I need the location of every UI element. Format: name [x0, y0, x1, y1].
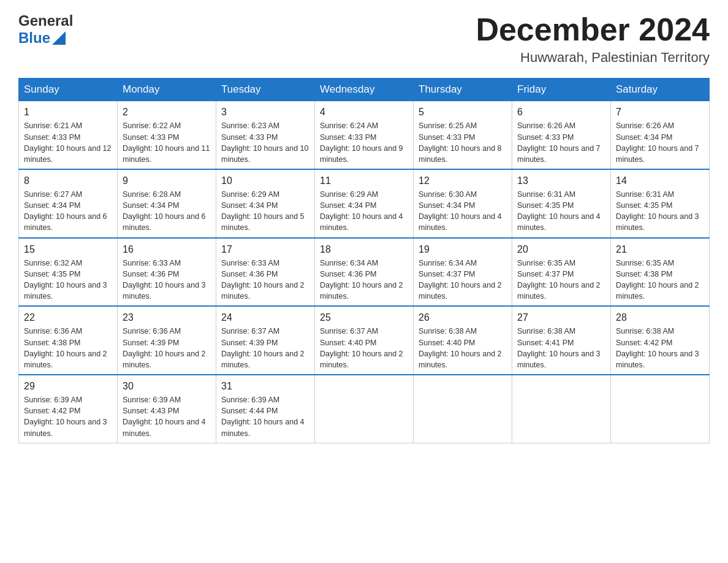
calendar-cell: 29Sunrise: 6:39 AMSunset: 4:42 PMDayligh… [19, 375, 118, 443]
calendar-cell: 2Sunrise: 6:22 AMSunset: 4:33 PMDaylight… [118, 101, 216, 169]
day-number: 19 [419, 242, 507, 256]
weekday-header-tuesday: Tuesday [216, 79, 315, 101]
day-number: 27 [517, 310, 605, 324]
calendar-cell: 23Sunrise: 6:36 AMSunset: 4:39 PMDayligh… [118, 306, 216, 375]
calendar-cell: 22Sunrise: 6:36 AMSunset: 4:38 PMDayligh… [19, 306, 118, 375]
title-block: December 2024 Huwwarah, Palestinian Terr… [476, 12, 710, 66]
day-number: 14 [616, 174, 704, 188]
day-info: Sunrise: 6:21 AMSunset: 4:33 PMDaylight:… [24, 120, 112, 165]
calendar-cell: 31Sunrise: 6:39 AMSunset: 4:44 PMDayligh… [216, 375, 315, 443]
day-number: 28 [616, 310, 704, 324]
day-number: 12 [419, 174, 507, 188]
day-info: Sunrise: 6:29 AMSunset: 4:34 PMDaylight:… [320, 189, 408, 234]
calendar-week-row: 29Sunrise: 6:39 AMSunset: 4:42 PMDayligh… [19, 375, 710, 443]
logo-triangle-icon [52, 31, 66, 45]
calendar-cell: 9Sunrise: 6:28 AMSunset: 4:34 PMDaylight… [118, 169, 216, 238]
day-number: 11 [320, 174, 408, 188]
logo: General Blue [18, 12, 73, 46]
day-info: Sunrise: 6:39 AMSunset: 4:43 PMDaylight:… [123, 394, 211, 439]
day-info: Sunrise: 6:23 AMSunset: 4:33 PMDaylight:… [221, 120, 309, 165]
day-number: 6 [517, 105, 605, 119]
calendar-cell: 4Sunrise: 6:24 AMSunset: 4:33 PMDaylight… [315, 101, 414, 169]
calendar-cell: 20Sunrise: 6:35 AMSunset: 4:37 PMDayligh… [512, 238, 611, 307]
day-number: 2 [123, 105, 211, 119]
day-info: Sunrise: 6:30 AMSunset: 4:34 PMDaylight:… [419, 189, 507, 234]
calendar-cell: 17Sunrise: 6:33 AMSunset: 4:36 PMDayligh… [216, 238, 315, 307]
day-number: 31 [221, 379, 309, 393]
logo-general: General [18, 12, 73, 29]
day-info: Sunrise: 6:37 AMSunset: 4:40 PMDaylight:… [320, 326, 408, 370]
calendar-cell: 16Sunrise: 6:33 AMSunset: 4:36 PMDayligh… [118, 238, 216, 307]
day-info: Sunrise: 6:28 AMSunset: 4:34 PMDaylight:… [123, 189, 211, 234]
weekday-header-monday: Monday [118, 79, 216, 101]
weekday-header-wednesday: Wednesday [315, 79, 414, 101]
calendar-cell: 14Sunrise: 6:31 AMSunset: 4:35 PMDayligh… [611, 169, 710, 238]
day-info: Sunrise: 6:38 AMSunset: 4:40 PMDaylight:… [419, 326, 507, 370]
calendar-week-row: 8Sunrise: 6:27 AMSunset: 4:34 PMDaylight… [19, 169, 710, 238]
day-info: Sunrise: 6:36 AMSunset: 4:39 PMDaylight:… [123, 326, 211, 370]
calendar-week-row: 15Sunrise: 6:32 AMSunset: 4:35 PMDayligh… [19, 238, 710, 307]
day-info: Sunrise: 6:31 AMSunset: 4:35 PMDaylight:… [517, 189, 605, 234]
calendar-cell [512, 375, 611, 443]
calendar-cell: 3Sunrise: 6:23 AMSunset: 4:33 PMDaylight… [216, 101, 315, 169]
logo-blue: Blue [18, 29, 50, 47]
day-info: Sunrise: 6:22 AMSunset: 4:33 PMDaylight:… [123, 120, 211, 165]
calendar-cell: 21Sunrise: 6:35 AMSunset: 4:38 PMDayligh… [611, 238, 710, 307]
day-info: Sunrise: 6:33 AMSunset: 4:36 PMDaylight:… [221, 258, 309, 302]
day-info: Sunrise: 6:29 AMSunset: 4:34 PMDaylight:… [221, 189, 309, 234]
calendar-cell [611, 375, 710, 443]
weekday-header-row: SundayMondayTuesdayWednesdayThursdayFrid… [19, 79, 710, 101]
calendar-cell: 13Sunrise: 6:31 AMSunset: 4:35 PMDayligh… [512, 169, 611, 238]
calendar-cell: 28Sunrise: 6:38 AMSunset: 4:42 PMDayligh… [611, 306, 710, 375]
calendar-cell: 30Sunrise: 6:39 AMSunset: 4:43 PMDayligh… [118, 375, 216, 443]
calendar-cell: 24Sunrise: 6:37 AMSunset: 4:39 PMDayligh… [216, 306, 315, 375]
calendar-cell: 10Sunrise: 6:29 AMSunset: 4:34 PMDayligh… [216, 169, 315, 238]
day-info: Sunrise: 6:38 AMSunset: 4:42 PMDaylight:… [616, 326, 704, 370]
day-number: 20 [517, 242, 605, 256]
calendar-body: 1Sunrise: 6:21 AMSunset: 4:33 PMDaylight… [19, 101, 710, 443]
day-info: Sunrise: 6:31 AMSunset: 4:35 PMDaylight:… [616, 189, 704, 234]
day-number: 30 [123, 379, 211, 393]
day-number: 25 [320, 310, 408, 324]
calendar-cell [414, 375, 512, 443]
weekday-header-friday: Friday [512, 79, 611, 101]
calendar-cell: 26Sunrise: 6:38 AMSunset: 4:40 PMDayligh… [414, 306, 512, 375]
calendar-cell: 5Sunrise: 6:25 AMSunset: 4:33 PMDaylight… [414, 101, 512, 169]
day-number: 24 [221, 310, 309, 324]
svg-marker-0 [52, 31, 66, 45]
day-number: 22 [24, 310, 112, 324]
calendar-subtitle: Huwwarah, Palestinian Territory [476, 50, 710, 66]
weekday-header-thursday: Thursday [414, 79, 512, 101]
day-info: Sunrise: 6:36 AMSunset: 4:38 PMDaylight:… [24, 326, 112, 370]
day-number: 29 [24, 379, 112, 393]
day-number: 9 [123, 174, 211, 188]
calendar-cell: 25Sunrise: 6:37 AMSunset: 4:40 PMDayligh… [315, 306, 414, 375]
day-info: Sunrise: 6:26 AMSunset: 4:34 PMDaylight:… [616, 120, 704, 165]
day-info: Sunrise: 6:34 AMSunset: 4:36 PMDaylight:… [320, 258, 408, 302]
calendar-week-row: 22Sunrise: 6:36 AMSunset: 4:38 PMDayligh… [19, 306, 710, 375]
day-number: 26 [419, 310, 507, 324]
day-info: Sunrise: 6:37 AMSunset: 4:39 PMDaylight:… [221, 326, 309, 370]
day-number: 17 [221, 242, 309, 256]
day-number: 8 [24, 174, 112, 188]
calendar-header: SundayMondayTuesdayWednesdayThursdayFrid… [19, 79, 710, 101]
calendar-cell: 7Sunrise: 6:26 AMSunset: 4:34 PMDaylight… [611, 101, 710, 169]
calendar-cell: 11Sunrise: 6:29 AMSunset: 4:34 PMDayligh… [315, 169, 414, 238]
day-number: 23 [123, 310, 211, 324]
calendar-cell: 19Sunrise: 6:34 AMSunset: 4:37 PMDayligh… [414, 238, 512, 307]
calendar-week-row: 1Sunrise: 6:21 AMSunset: 4:33 PMDaylight… [19, 101, 710, 169]
day-info: Sunrise: 6:34 AMSunset: 4:37 PMDaylight:… [419, 258, 507, 302]
day-info: Sunrise: 6:35 AMSunset: 4:37 PMDaylight:… [517, 258, 605, 302]
day-number: 7 [616, 105, 704, 119]
day-info: Sunrise: 6:33 AMSunset: 4:36 PMDaylight:… [123, 258, 211, 302]
calendar-cell: 1Sunrise: 6:21 AMSunset: 4:33 PMDaylight… [19, 101, 118, 169]
day-number: 10 [221, 174, 309, 188]
day-info: Sunrise: 6:26 AMSunset: 4:33 PMDaylight:… [517, 120, 605, 165]
day-number: 5 [419, 105, 507, 119]
calendar-cell [315, 375, 414, 443]
calendar-cell: 18Sunrise: 6:34 AMSunset: 4:36 PMDayligh… [315, 238, 414, 307]
weekday-header-saturday: Saturday [611, 79, 710, 101]
day-number: 3 [221, 105, 309, 119]
day-number: 18 [320, 242, 408, 256]
page-header: General Blue December 2024 Huwwarah, Pal… [18, 12, 710, 66]
